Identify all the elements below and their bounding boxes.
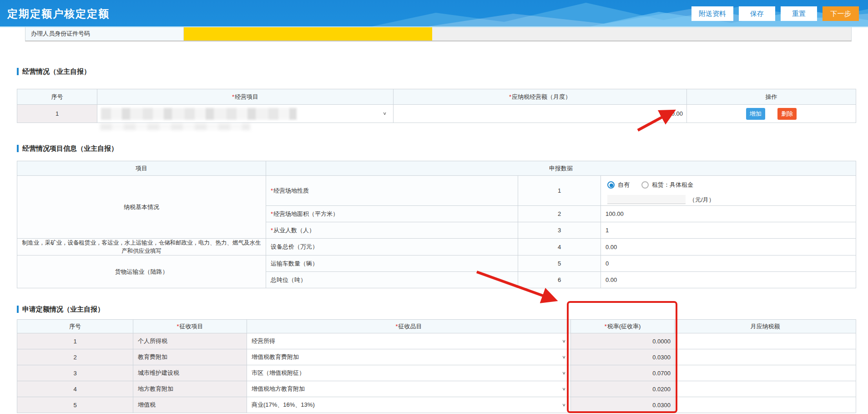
levy-item-cell: 增值税 <box>133 397 247 413</box>
radio-self-owned-label: 自有 <box>618 181 630 189</box>
levy-item-cell: 城市维护建设税 <box>133 365 247 381</box>
monthly-tax-cell[interactable] <box>675 397 856 413</box>
field-number: 3 <box>518 222 601 239</box>
row-index-cell: 4 <box>17 381 133 397</box>
field-number: 1 <box>518 176 601 206</box>
redacted-text <box>100 123 250 130</box>
chevron-down-icon: ∨ <box>562 355 566 360</box>
group-transport-cell: 货物运输业（陆路） <box>17 256 266 288</box>
levy-item-cell: 地方教育附加 <box>133 381 247 397</box>
field-label: *经营场地性质 <box>266 176 518 206</box>
radio-rented-label: 租赁：具体租金 <box>652 181 693 189</box>
vehicle-count-row: 货物运输业（陆路） 运输车数量（辆） 5 0 <box>17 256 856 272</box>
quota-row: 4 地方教育附加 增值税地方教育附加∨ 0.0200 <box>17 381 856 397</box>
action-cell: 增加 删除 <box>687 105 856 123</box>
group-manufacturing-cell: 制造业，采矿业，设备租赁业，客运业，水上运输业，仓储和邮政业，电力、热力、燃气及… <box>17 239 266 256</box>
field-label: 总吨位（吨） <box>266 272 518 288</box>
equipment-price-input[interactable]: 0.00 <box>601 239 856 256</box>
tax-rate-cell[interactable]: 0.0300 <box>571 397 675 413</box>
row-index-cell: 1 <box>17 333 133 349</box>
row-index-cell: 2 <box>17 349 133 365</box>
quota-table: 序号 *征收项目 *征收品目 *税率(征收率) 月应纳税额 1 个人所得税 经营… <box>17 319 856 413</box>
col-amount: *应纳税经营额（月度） <box>394 89 687 105</box>
field-label: *从业人数（人） <box>266 222 518 239</box>
business-table: 序号 *经营项目 *应纳税经营额（月度） 操作 1 ∨ 5,000.00 增加 … <box>17 89 856 123</box>
agent-id-row: 办理人员身份证件号码 <box>25 27 852 41</box>
levy-category-select[interactable]: 商业(17%、16%、13%)∨ <box>247 397 571 413</box>
group-basic-cell: 纳税基本情况 <box>17 176 266 239</box>
rent-unit-label: （元/月） <box>689 196 715 204</box>
agent-id-input[interactable] <box>184 27 432 41</box>
tax-rate-cell[interactable]: 0.0700 <box>571 365 675 381</box>
quota-section-title: 申请定额情况（业主自报） <box>17 305 868 314</box>
rent-amount-input[interactable] <box>607 195 686 204</box>
next-step-button[interactable]: 下一步 <box>823 6 859 21</box>
quota-row: 3 城市维护建设税 市区（增值税附征）∨ 0.0700 <box>17 365 856 381</box>
business-row: 1 ∨ 5,000.00 增加 删除 <box>17 105 856 123</box>
monthly-tax-cell[interactable] <box>675 365 856 381</box>
monthly-tax-cell[interactable] <box>675 381 856 397</box>
redacted-project-name <box>101 108 297 120</box>
attach-materials-button[interactable]: 附送资料 <box>691 6 733 21</box>
section-title-bar <box>17 145 19 152</box>
field-number: 2 <box>518 206 601 222</box>
tax-rate-cell[interactable]: 0.0200 <box>571 381 675 397</box>
col-index: 序号 <box>17 320 133 333</box>
section-title-bar <box>17 68 19 75</box>
page-title: 定期定额户核定定额 <box>7 7 110 21</box>
radio-self-owned[interactable] <box>607 181 615 189</box>
tax-rate-cell[interactable]: 0.0300 <box>571 349 675 365</box>
table-header-row: 序号 *征收项目 *征收品目 *税率(征收率) 月应纳税额 <box>17 320 856 333</box>
employee-count-input[interactable]: 1 <box>601 222 856 239</box>
col-data: 申报数据 <box>266 161 856 176</box>
levy-category-select[interactable]: 增值税教育费附加∨ <box>247 349 571 365</box>
col-monthly-tax: 月应纳税额 <box>675 320 856 333</box>
agent-id-label: 办理人员身份证件号码 <box>25 27 184 41</box>
monthly-tax-cell[interactable] <box>675 333 856 349</box>
field-number: 6 <box>518 272 601 288</box>
reset-button[interactable]: 重置 <box>781 6 817 21</box>
taxable-amount-cell[interactable]: 5,000.00 <box>394 105 687 123</box>
col-project: *经营项目 <box>97 89 394 105</box>
monthly-tax-cell[interactable] <box>675 349 856 365</box>
levy-category-select[interactable]: 市区（增值税附征）∨ <box>247 365 571 381</box>
agent-id-readonly-cell <box>432 27 851 41</box>
chevron-down-icon: ∨ <box>562 387 566 392</box>
project-info-table: 项目 申报数据 纳税基本情况 *经营场地性质 1 自有 租赁：具体租金 （元/月… <box>17 161 856 288</box>
add-row-button[interactable]: 增加 <box>746 108 765 120</box>
delete-row-button[interactable]: 删除 <box>777 108 797 120</box>
chevron-down-icon: ∨ <box>562 403 566 408</box>
equipment-price-row: 制造业，采矿业，设备租赁业，客运业，水上运输业，仓储和邮政业，电力、热力、燃气及… <box>17 239 856 256</box>
chevron-down-icon: ∨ <box>562 339 566 344</box>
business-section-title: 经营情况（业主自报） <box>17 67 868 76</box>
chevron-down-icon: ∨ <box>383 111 387 116</box>
site-area-input[interactable]: 100.00 <box>601 206 856 222</box>
radio-rented[interactable] <box>641 181 649 189</box>
quota-row: 2 教育费附加 增值税教育费附加∨ 0.0300 <box>17 349 856 365</box>
field-number: 4 <box>518 239 601 256</box>
levy-item-cell: 个人所得税 <box>133 333 247 349</box>
project-select[interactable]: ∨ <box>97 105 394 123</box>
row-index-cell: 3 <box>17 365 133 381</box>
tax-rate-cell[interactable]: 0.0000 <box>571 333 675 349</box>
levy-category-select[interactable]: 增值税地方教育附加∨ <box>247 381 571 397</box>
col-levy-category: *征收品目 <box>247 320 571 333</box>
col-action: 操作 <box>687 89 856 105</box>
col-index: 序号 <box>17 89 97 105</box>
row-index-cell: 1 <box>17 105 97 123</box>
quota-row: 5 增值税 商业(17%、16%、13%)∨ 0.0300 <box>17 397 856 413</box>
tonnage-input[interactable]: 0.00 <box>601 272 856 288</box>
field-number: 5 <box>518 256 601 272</box>
field-label: 运输车数量（辆） <box>266 256 518 272</box>
levy-item-cell: 教育费附加 <box>133 349 247 365</box>
chevron-down-icon: ∨ <box>562 371 566 376</box>
business-table-wrap: 序号 *经营项目 *应纳税经营额（月度） 操作 1 ∨ 5,000.00 增加 … <box>0 89 868 123</box>
col-tax-rate: *税率(征收率) <box>571 320 675 333</box>
project-info-section-title: 经营情况项目信息（业主自报） <box>17 144 868 153</box>
vehicle-count-input[interactable]: 0 <box>601 256 856 272</box>
table-header-row: 项目 申报数据 <box>17 161 856 176</box>
levy-category-select[interactable]: 经营所得∨ <box>247 333 571 349</box>
save-button[interactable]: 保存 <box>739 6 775 21</box>
header-actions: 附送资料 保存 重置 下一步 <box>691 6 859 21</box>
quota-row: 1 个人所得税 经营所得∨ 0.0000 <box>17 333 856 349</box>
